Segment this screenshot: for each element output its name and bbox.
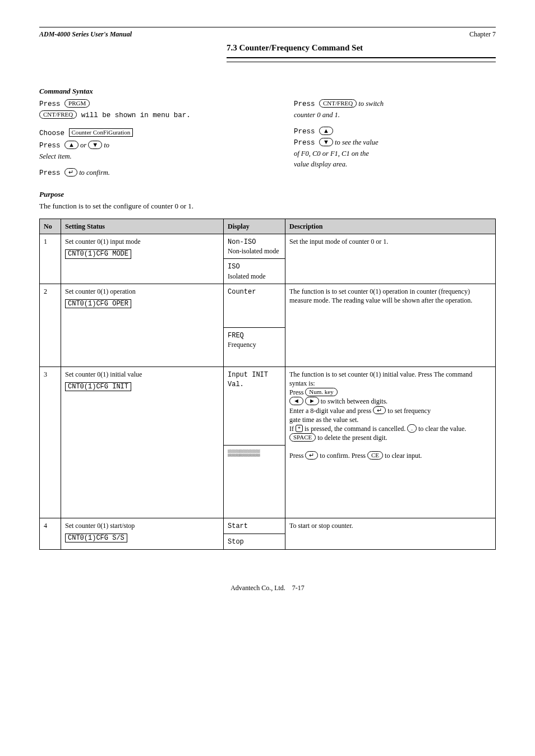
table-row: 3 Set counter 0(1) initial value CNT0(1)… [40,367,496,445]
th-setting: Setting Status [61,219,224,234]
left-key: ◄ [289,397,303,405]
space-key: SPACE [289,433,316,442]
section-title: 7.3 Counter/Frequency Command Set [227,42,496,53]
cell-display: Stop [224,534,285,549]
section-heading-wrap: 7.3 Counter/Frequency Command Set [39,42,496,66]
cntfreq-key: CNT/FREQ [39,110,77,119]
cell-display: Counter [224,284,285,327]
down-key-2: ▼ [319,138,333,146]
intro-columns: Press PRGM CNT/FREQ will be shown in men… [39,98,496,179]
syntax-display: CNT0(1)CFG OPER [65,299,131,308]
cell-display: Start [224,518,285,534]
top-rule [39,27,496,27]
cell-desc: The function is to set counter 0(1) oper… [285,284,496,367]
cell-display: Input INIT Val. [224,367,285,445]
section-rule-thick [227,57,496,58]
cell-no: 4 [40,518,61,549]
down-key: ▼ [88,141,102,149]
cell-desc: Set the input mode of counter 0 or 1. [285,234,496,284]
syntax-display: CNT0(1)CFG MODE [65,249,131,258]
table-row: 2 Set counter 0(1) operation CNT0(1)CFG … [40,284,496,327]
enter-key: ↵ [373,406,386,415]
cell-setting: Set counter 0(1) input mode CNT0(1)CFG M… [61,234,224,284]
star-key: * [296,425,303,432]
enter-key-2: ↵ [305,451,318,460]
cell-display: ISO Isolated mode [224,259,285,284]
table-row: 4 Set counter 0(1) start/stop CNT0(1)CFG… [40,518,496,534]
intro-right: Press CNT/FREQ to switch counter 0 and 1… [294,98,496,179]
cell-display: Non-ISO Non-isolated mode [224,234,285,259]
prgm-key: PRGM [64,99,90,108]
cell-desc: To start or stop counter. [285,518,496,549]
cell-display: FREQ Frequency [224,327,285,367]
cell-no: 2 [40,284,61,367]
cell-setting: Set counter 0(1) start/stop CNT0(1)CFG S… [61,518,224,549]
counter-config-display: Counter ConFiGuration [69,128,133,137]
intro-left: Press PRGM CNT/FREQ will be shown in men… [39,98,271,179]
numkey: Num. key [305,388,337,396]
th-no: No [40,219,61,234]
cell-no: 1 [40,234,61,284]
th-display: Display [224,219,285,234]
cell-desc: The function is to set counter 0(1) init… [285,367,496,518]
syntax-display: CNT0(1)CFG S/S [65,534,127,542]
page-footer: Advantech Co., Ltd. 7-17 [39,583,496,592]
command-syntax-heading: Command Syntax [39,86,496,96]
manual-title: ADM-4000 Series User's Manual [39,30,132,39]
cell-no: 3 [40,367,61,518]
table-header-row: No Setting Status Display Description [40,219,496,234]
right-key: ► [305,397,319,405]
cell-display: ▒▒▒▒▒▒▒▒ [224,445,285,518]
up-key: ▲ [64,141,79,149]
up-key-2: ▲ [319,127,333,135]
cntfreq-key-2: CNT/FREQ [319,99,357,108]
table-row: 1 Set counter 0(1) input mode CNT0(1)CFG… [40,234,496,259]
chapter-label: Chapter 7 [469,30,496,39]
cell-setting: Set counter 0(1) initial value CNT0(1)CF… [61,367,224,518]
ce-key: CE [367,451,383,460]
enter-key: ↵ [64,168,77,177]
command-table: No Setting Status Display Description 1 … [39,219,496,550]
purpose-text: The function is to set the configure of … [39,201,496,211]
th-desc: Description [285,219,496,234]
section-rule-thin [227,62,496,62]
dot-key: . [407,424,417,433]
cell-setting: Set counter 0(1) operation CNT0(1)CFG OP… [61,284,224,367]
purpose-heading: Purpose [39,189,496,200]
page-header: ADM-4000 Series User's Manual Chapter 7 [39,30,496,39]
syntax-display: CNT0(1)CFG INIT [65,382,131,391]
